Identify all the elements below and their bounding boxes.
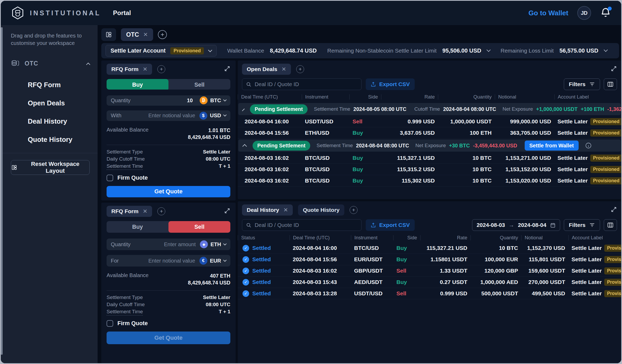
info-icon[interactable] [585, 142, 592, 149]
columns-button[interactable] [604, 78, 617, 90]
column-header[interactable]: Account Label [568, 235, 621, 240]
quote-history-tab[interactable]: Quote History [298, 204, 344, 216]
cell-status: ✓ Settled [238, 268, 290, 274]
collapse-chevron-icon[interactable] [243, 144, 247, 149]
column-header[interactable]: Instrument [302, 94, 349, 100]
column-header[interactable]: Quantity [438, 94, 495, 100]
quantity-field[interactable]: Quantity 10 ₿ BTC [107, 95, 230, 106]
add-panel-icon[interactable]: + [157, 65, 165, 73]
product-name: Portal [113, 9, 131, 17]
columns-button[interactable] [604, 219, 617, 231]
buy-toggle-button[interactable]: Buy [107, 221, 168, 233]
column-header[interactable]: Instrument [351, 235, 393, 240]
sidebar-item[interactable]: Open Deals [28, 94, 90, 112]
chevron-down-icon[interactable] [223, 113, 227, 117]
expand-icon[interactable] [611, 66, 617, 73]
cell-rate: 0.999 USD [381, 118, 438, 125]
column-header[interactable]: Side [393, 235, 420, 240]
chevron-down-icon[interactable] [487, 48, 490, 53]
column-header[interactable]: Side [349, 94, 381, 100]
close-icon[interactable]: ✕ [282, 66, 286, 72]
column-header[interactable]: Quantity [470, 235, 521, 240]
date-range-picker[interactable]: 2024-08-03 → 2024-08-04 [472, 219, 560, 231]
buy-toggle-button[interactable]: Buy [107, 79, 168, 90]
get-quote-button[interactable]: Get Quote [107, 332, 230, 344]
reset-workspace-button[interactable]: Reset Workspace Layout [11, 160, 90, 175]
deal-history-tab[interactable]: Deal History ✕ [242, 204, 293, 216]
chevron-down-icon[interactable] [223, 258, 227, 262]
column-header[interactable]: Deal Time (UTC) [290, 235, 351, 240]
table-row[interactable]: 2024-08-03 16:02 BTC/USD Buy 115,315.2 U… [238, 164, 621, 175]
column-header[interactable]: Notional [495, 94, 554, 100]
open-deals-tab[interactable]: Open Deals ✕ [242, 64, 291, 75]
table-row[interactable]: 2024-08-04 16:00 USDT/USD Sell 0.999 USD… [238, 116, 621, 127]
cell-instrument: BTC/USD [302, 178, 349, 184]
add-panel-icon[interactable]: + [350, 206, 358, 214]
settlement-value: T + 1 [219, 162, 230, 170]
notional-field[interactable]: With Enter notional value $ USD [107, 110, 230, 121]
filters-button[interactable]: Filters [564, 78, 600, 90]
sidebar-scrollbar[interactable] [1, 27, 3, 355]
column-header[interactable]: Notional [521, 235, 568, 240]
cell-account-label: Settle Later Provisioned [568, 256, 621, 263]
workspace-tab-otc[interactable]: OTC ✕ [121, 28, 153, 41]
export-csv-button[interactable]: Export CSV [366, 219, 415, 231]
column-header[interactable]: Deal Time (UTC) [238, 94, 302, 100]
collapse-chevron-icon[interactable] [242, 109, 245, 111]
sidebar-item[interactable]: RFQ Form [28, 76, 90, 94]
column-header[interactable]: Account Label [554, 94, 621, 100]
close-icon[interactable]: ✕ [143, 31, 148, 38]
app-window: INSTITUTIONAL Portal Go to Wallet JD Dra… [1, 1, 621, 363]
table-row[interactable]: 2024-08-03 16:02 BTC/USD Buy 115,327.1 U… [238, 152, 621, 164]
firm-quote-checkbox[interactable] [107, 320, 113, 327]
cell-rate: 1.15801 USDT [420, 256, 470, 263]
close-icon[interactable]: ✕ [283, 207, 288, 213]
expand-icon[interactable] [224, 66, 230, 73]
column-header[interactable]: Status [238, 235, 290, 240]
notifications-bell-icon[interactable] [600, 7, 611, 19]
provisioned-badge: Provisioned [590, 129, 621, 137]
settlement-key: Daily Cutoff Time [107, 301, 145, 308]
column-header[interactable]: Rate [420, 235, 470, 240]
add-panel-icon[interactable]: + [296, 65, 304, 73]
rfq-form-tab[interactable]: RFQ Form ✕ [107, 64, 152, 75]
expand-icon[interactable] [611, 206, 617, 214]
chevron-down-icon[interactable] [223, 98, 227, 101]
go-to-wallet-link[interactable]: Go to Wallet [528, 9, 568, 17]
chevron-up-icon[interactable] [86, 62, 90, 67]
search-input[interactable] [255, 81, 358, 87]
firm-quote-checkbox[interactable] [107, 175, 113, 181]
sidebar-item[interactable]: Quote History [28, 130, 90, 149]
search-input[interactable] [255, 222, 358, 228]
close-icon[interactable]: ✕ [143, 66, 148, 72]
export-csv-button[interactable]: Export CSV [366, 78, 415, 90]
sell-toggle-button[interactable]: Sell [168, 79, 230, 90]
add-workspace-button[interactable]: + [158, 30, 167, 39]
add-panel-icon[interactable]: + [157, 207, 165, 215]
rfq-form-tab[interactable]: RFQ Form ✕ [107, 206, 152, 217]
table-row[interactable]: ✓ Settled 2024-08-04 16:00 BTC/USD Buy 1… [238, 242, 621, 254]
quantity-field[interactable]: Quantity Enter amount ◆ ETH [107, 239, 230, 250]
sidebar-item[interactable]: Deal History [28, 112, 90, 130]
settle-from-wallet-button[interactable]: Settle from Wallet [525, 141, 579, 151]
expand-icon[interactable] [224, 208, 230, 215]
account-selector[interactable]: Settle Later Account Provisioned [106, 45, 217, 57]
table-row[interactable]: ✓ Settled 2024-08-03 15:43 AED/USDT Buy … [238, 277, 621, 288]
column-header[interactable]: Rate [381, 94, 438, 100]
chevron-down-icon[interactable] [223, 242, 227, 245]
account-label-text: Settle Later [571, 290, 602, 297]
chevron-down-icon[interactable] [604, 48, 607, 53]
avatar[interactable]: JD [577, 6, 591, 20]
get-quote-button[interactable]: Get Quote [107, 186, 230, 197]
close-icon[interactable]: ✕ [143, 208, 148, 214]
table-row[interactable]: ✓ Settled 2024-08-03 13:28 USDT/USD Sell… [238, 288, 621, 299]
filters-button[interactable]: Filters [564, 219, 600, 231]
table-row[interactable]: 2024-08-03 16:02 BTC/USD Buy 115,302 USD… [238, 175, 621, 186]
sell-toggle-button[interactable]: Sell [168, 221, 230, 233]
sidebar-group-otc[interactable]: OTC [11, 59, 90, 68]
table-row[interactable]: 2024-08-04 15:56 ETH/USD Buy 3,637.05 US… [238, 127, 621, 139]
table-row[interactable]: ✓ Settled 2024-08-04 15:56 EUR/USDT Buy … [238, 254, 621, 265]
table-row[interactable]: ✓ Settled 2024-08-03 16:02 GBP/USDT Sell… [238, 265, 621, 277]
notional-field[interactable]: For Enter notional value € EUR [107, 255, 230, 267]
workspace-layout-button[interactable] [101, 28, 116, 41]
